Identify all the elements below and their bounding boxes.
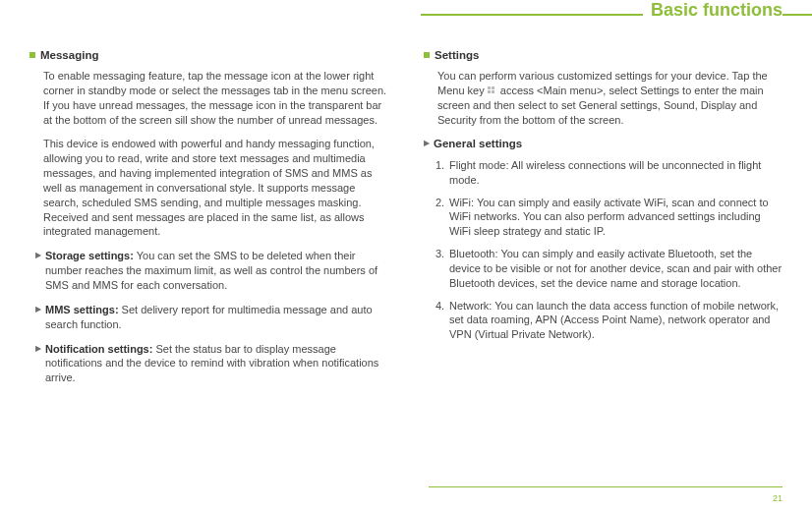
notification-settings: ▶ Notification settings: Set the status …: [35, 342, 388, 386]
page-title: Basic functions: [643, 0, 783, 21]
page-number: 21: [773, 493, 783, 503]
section-title: General settings: [434, 138, 522, 149]
menu-key-icon: [488, 86, 497, 96]
item-number: 3.: [435, 247, 444, 261]
section-title: Messaging: [40, 49, 98, 61]
section-messaging: Messaging: [29, 49, 388, 61]
storage-label: Storage settings:: [45, 250, 134, 261]
item-number: 1.: [435, 158, 444, 173]
footer-rule: [429, 486, 783, 487]
list-item: 1. Flight mode: All wireless connections…: [435, 158, 783, 188]
list-item: 3. Bluetooth: You can simply and easily …: [435, 247, 783, 291]
square-bullet-icon: [424, 52, 430, 58]
arrow-icon: ▶: [35, 251, 41, 261]
arrow-icon: ▶: [424, 139, 430, 149]
messaging-para-2: This device is endowed with powerful and…: [43, 137, 388, 239]
mms-settings: ▶ MMS settings: Set delivery report for …: [35, 303, 388, 332]
storage-settings: ▶ Storage settings: You can set the SMS …: [35, 249, 388, 293]
item-text: Bluetooth: You can simply and easily act…: [449, 248, 782, 289]
arrow-icon: ▶: [35, 305, 41, 315]
section-general-settings: ▶ General settings: [424, 137, 783, 152]
list-item: 4. Network: You can launch the data acce…: [435, 299, 783, 343]
item-text: Network: You can launch the data access …: [449, 300, 779, 341]
square-bullet-icon: [29, 52, 35, 58]
section-title: Settings: [435, 49, 479, 61]
messaging-para-1: To enable messaging feature, tap the mes…: [43, 69, 388, 127]
notif-label: Notification settings:: [45, 343, 152, 355]
left-column: Messaging To enable messaging feature, t…: [29, 16, 388, 395]
mms-label: MMS settings:: [45, 304, 119, 315]
settings-para: You can perform various customized setti…: [437, 69, 783, 127]
list-item: 2. WiFi: You can simply and easily activ…: [435, 196, 783, 240]
item-text: Flight mode: All wireless connections wi…: [449, 159, 761, 186]
item-text: WiFi: You can simply and easily activate…: [449, 197, 769, 238]
right-column: Settings You can perform various customi…: [424, 16, 783, 395]
item-number: 2.: [435, 196, 444, 210]
general-settings-list: 1. Flight mode: All wireless connections…: [435, 158, 783, 342]
item-number: 4.: [435, 299, 444, 314]
arrow-icon: ▶: [35, 344, 41, 355]
page-body: Messaging To enable messaging feature, t…: [0, 0, 812, 395]
section-settings: Settings: [424, 49, 783, 61]
